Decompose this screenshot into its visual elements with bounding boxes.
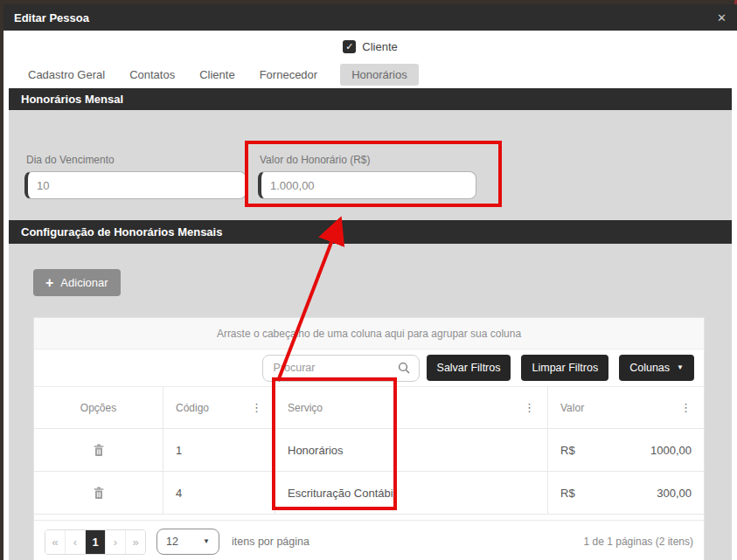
modal-header: Editar Pessoa ✕	[3, 4, 737, 31]
currency-label: R$	[560, 487, 575, 500]
tab-contatos[interactable]: Contatos	[128, 64, 177, 86]
clear-filters-button[interactable]: Limpar Filtros	[521, 355, 608, 381]
next-page-button[interactable]: ›	[106, 530, 126, 554]
page-size-select[interactable]: 12 ▼	[156, 529, 219, 555]
cliente-checkbox-label: Cliente	[362, 40, 397, 53]
add-button[interactable]: + Adicionar	[33, 269, 121, 296]
currency-label: R$	[560, 444, 575, 457]
group-by-drop-zone[interactable]: Arraste o cabeçalho de uma coluna aqui p…	[34, 318, 704, 349]
grid-toolbar: Salvar Filtros Limpar Filtros Colunas ▼	[34, 349, 704, 387]
chevron-down-icon: ▼	[677, 364, 684, 371]
column-header-servico[interactable]: Serviço ⋮	[275, 387, 547, 428]
dia-vencimento-label: Dia do Vencimento	[26, 154, 247, 166]
section-header-honorarios-mensal: Honorários Mensal	[9, 88, 732, 110]
first-page-button[interactable]: «	[45, 530, 66, 554]
table-row: 4 Escrituração Contábil R$ 300,00	[34, 472, 704, 515]
servico-cell: Honorários	[275, 429, 547, 471]
table-header-row: Opções Código ⋮ Serviço ⋮ Valor ⋮	[34, 387, 704, 429]
save-filters-button[interactable]: Salvar Filtros	[427, 355, 511, 381]
grid-footer: « ‹ 1 › » 12 ▼ itens por página 1 de 1 p…	[34, 520, 704, 560]
column-menu-icon[interactable]: ⋮	[251, 401, 262, 414]
monthly-fields-area: Dia do Vencimento Valor do Honorário (R$…	[9, 110, 732, 220]
tab-bar: Cadastro Geral Contatos Cliente Forneced…	[26, 63, 737, 86]
column-menu-icon[interactable]: ⋮	[524, 401, 535, 414]
valor-honorario-input[interactable]	[258, 171, 476, 199]
valor-amount: 300,00	[657, 487, 692, 500]
valor-honorario-label: Valor do Honorário (R$)	[260, 154, 476, 166]
search-box[interactable]	[262, 355, 420, 382]
config-grid-area: + Adicionar Arraste o cabeçalho de uma c…	[9, 244, 732, 560]
services-grid: Arraste o cabeçalho de uma coluna aqui p…	[33, 317, 705, 560]
valor-honorario-field: Valor do Honorário (R$)	[258, 154, 476, 220]
valor-cell: R$ 1000,00	[547, 429, 704, 471]
section-title: Configuração de Honorários Mensais	[21, 225, 222, 239]
section-header-configuracao: Configuração de Honorários Mensais	[9, 220, 732, 244]
close-icon[interactable]: ✕	[717, 12, 727, 24]
add-button-label: Adicionar	[60, 276, 108, 289]
trash-icon[interactable]	[93, 487, 105, 500]
page-background: Editar Pessoa ✕ ✓ Cliente Cadastro Geral…	[0, 0, 737, 560]
column-header-valor[interactable]: Valor ⋮	[547, 387, 704, 428]
items-per-page-label: itens por página	[232, 536, 309, 548]
row-actions-cell	[34, 472, 163, 514]
valor-amount: 1000,00	[650, 444, 692, 457]
servico-cell: Escrituração Contábil	[275, 472, 547, 514]
tab-cadastro-geral[interactable]: Cadastro Geral	[26, 64, 107, 86]
row-actions-cell	[34, 429, 163, 471]
current-page-button[interactable]: 1	[86, 530, 106, 554]
page-size-value: 12	[166, 536, 178, 548]
tab-fornecedor[interactable]: Fornecedor	[258, 64, 319, 86]
column-header-codigo[interactable]: Código ⋮	[163, 387, 275, 428]
edit-person-modal: Editar Pessoa ✕ ✓ Cliente Cadastro Geral…	[3, 4, 737, 560]
valor-cell: R$ 300,00	[547, 472, 704, 514]
modal-title: Editar Pessoa	[14, 11, 89, 24]
cliente-checkbox-row: ✓ Cliente	[3, 38, 737, 54]
trash-icon[interactable]	[93, 444, 105, 457]
codigo-cell: 4	[163, 472, 275, 514]
section-title: Honorários Mensal	[21, 93, 123, 106]
column-menu-icon[interactable]: ⋮	[680, 401, 692, 414]
columns-dropdown-button[interactable]: Colunas ▼	[619, 355, 694, 381]
tab-honorarios[interactable]: Honorários	[340, 64, 419, 86]
search-input[interactable]	[272, 361, 398, 375]
group-by-hint: Arraste o cabeçalho de uma coluna aqui p…	[217, 328, 521, 340]
dia-vencimento-input[interactable]	[24, 171, 247, 199]
prev-page-button[interactable]: ‹	[66, 530, 86, 554]
dia-vencimento-field: Dia do Vencimento	[24, 154, 247, 220]
page-summary: 1 de 1 páginas (2 itens)	[584, 536, 693, 548]
chevron-down-icon: ▼	[203, 538, 210, 545]
table-row: 1 Honorários R$ 1000,00	[34, 429, 704, 472]
search-icon	[398, 362, 410, 374]
column-header-opcoes[interactable]: Opções	[34, 387, 163, 428]
plus-icon: +	[45, 276, 53, 290]
cliente-checkbox[interactable]: ✓	[343, 40, 356, 53]
columns-button-label: Colunas	[629, 362, 670, 374]
tab-cliente[interactable]: Cliente	[198, 64, 236, 86]
pager: « ‹ 1 › »	[45, 529, 146, 555]
last-page-button[interactable]: »	[126, 530, 145, 554]
codigo-cell: 1	[163, 429, 275, 471]
